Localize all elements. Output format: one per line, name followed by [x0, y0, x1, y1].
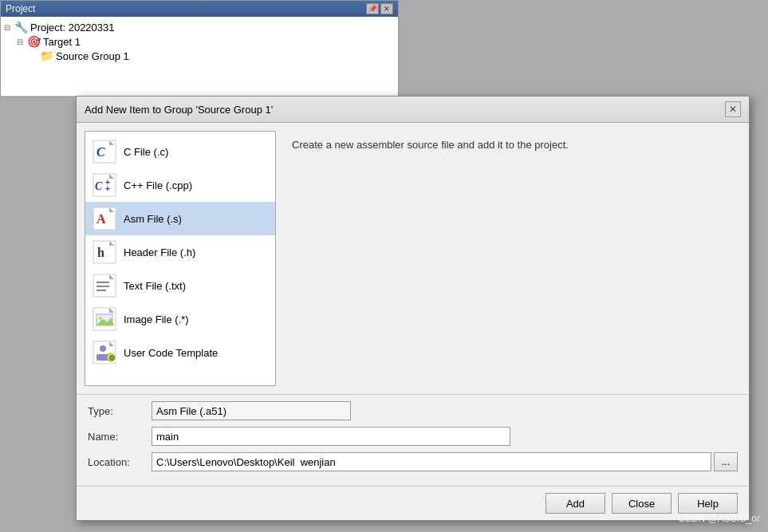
header-file-icon: h [92, 239, 117, 265]
dialog-titlebar: Add New Item to Group 'Source Group 1' ✕ [77, 97, 749, 123]
svg-text:A: A [96, 212, 106, 226]
type-label: Type: [88, 405, 152, 417]
svg-text:h: h [97, 246, 104, 259]
svg-text:C: C [95, 180, 103, 192]
text-file-label: Text File (.txt) [124, 280, 186, 292]
location-row: Location: ... [88, 452, 738, 471]
asm-file-label: Asm File (.s) [124, 213, 182, 225]
file-type-text[interactable]: Text File (.txt) [85, 269, 275, 302]
location-input[interactable] [152, 452, 711, 471]
file-type-asm[interactable]: A Asm File (.s) [85, 202, 275, 235]
user-code-label: User Code Template [124, 347, 218, 359]
cpp-file-icon: C + + [92, 172, 117, 198]
browse-button[interactable]: ... [714, 452, 738, 471]
project-icon: 🔧 [14, 21, 28, 33]
dialog-title: Add New Item to Group 'Source Group 1' [85, 104, 273, 116]
c-file-icon: C [92, 139, 117, 164]
tree-source-group-item[interactable]: 📁 Source Group 1 [4, 49, 395, 63]
svg-point-26 [100, 345, 106, 352]
file-type-list: C C File (.c) C + + C++ File (.cpp) [85, 131, 276, 386]
expand-icon-target: ⊟ [17, 37, 25, 46]
name-input[interactable] [152, 427, 510, 446]
dialog-body: C C File (.c) C + + C++ File (.cpp) [77, 123, 749, 394]
watermark: CSDN @ASSIC_or [678, 513, 760, 524]
description-panel: Create a new assembler source file and a… [284, 131, 741, 386]
name-row: Name: [88, 427, 738, 446]
type-input[interactable] [152, 401, 351, 420]
target-icon: 🎯 [27, 35, 41, 48]
target-label: Target 1 [43, 36, 81, 48]
folder-icon: 📁 [40, 49, 53, 62]
project-panel: Project 📌 ✕ ⊟ 🔧 Project: 20220331 ⊟ 🎯 Ta… [0, 0, 399, 97]
image-file-label: Image File (.*) [124, 313, 189, 325]
file-type-image[interactable]: Image File (.*) [85, 302, 275, 336]
dialog-footer: Add Close Help [77, 486, 749, 520]
description-text: Create a new assembler source file and a… [292, 139, 569, 151]
form-section: Type: Name: Location: ... [77, 394, 749, 486]
type-row: Type: [88, 401, 738, 420]
svg-text:⚙: ⚙ [108, 354, 115, 362]
help-button[interactable]: Help [678, 493, 738, 514]
file-type-cpp[interactable]: C + + C++ File (.cpp) [85, 168, 275, 202]
svg-text:C: C [96, 145, 105, 159]
dialog-close-button[interactable]: ✕ [725, 101, 741, 117]
add-new-item-dialog: Add New Item to Group 'Source Group 1' ✕… [76, 96, 750, 521]
close-button[interactable]: Close [612, 493, 672, 514]
image-file-icon [92, 306, 117, 332]
text-file-icon [92, 273, 117, 298]
name-label: Name: [88, 431, 152, 443]
header-file-label: Header File (.h) [124, 246, 195, 258]
pin-button[interactable]: 📌 [366, 3, 379, 14]
tree-project-item[interactable]: ⊟ 🔧 Project: 20220331 [4, 20, 395, 34]
location-label: Location: [88, 456, 152, 468]
close-button[interactable]: ✕ [380, 3, 393, 14]
titlebar-buttons: 📌 ✕ [366, 3, 393, 14]
source-group-label: Source Group 1 [56, 50, 129, 62]
project-titlebar: Project 📌 ✕ [1, 1, 398, 17]
file-type-header[interactable]: h Header File (.h) [85, 235, 275, 269]
file-type-c[interactable]: C C File (.c) [85, 135, 275, 168]
project-tree: ⊟ 🔧 Project: 20220331 ⊟ 🎯 Target 1 📁 Sou… [1, 17, 398, 97]
cpp-file-label: C++ File (.cpp) [124, 179, 192, 191]
user-code-icon: ⚙ [92, 340, 117, 365]
add-button[interactable]: Add [545, 493, 605, 514]
project-title: Project [6, 3, 35, 14]
tree-target-item[interactable]: ⊟ 🎯 Target 1 [4, 34, 395, 49]
c-file-label: C File (.c) [124, 146, 168, 158]
expand-icon: ⊟ [4, 23, 12, 32]
svg-point-22 [99, 317, 102, 320]
project-label: Project: 20220331 [30, 22, 115, 33]
asm-file-icon: A [92, 206, 117, 231]
svg-text:+: + [105, 184, 110, 193]
file-type-user-code[interactable]: ⚙ User Code Template [85, 336, 275, 369]
